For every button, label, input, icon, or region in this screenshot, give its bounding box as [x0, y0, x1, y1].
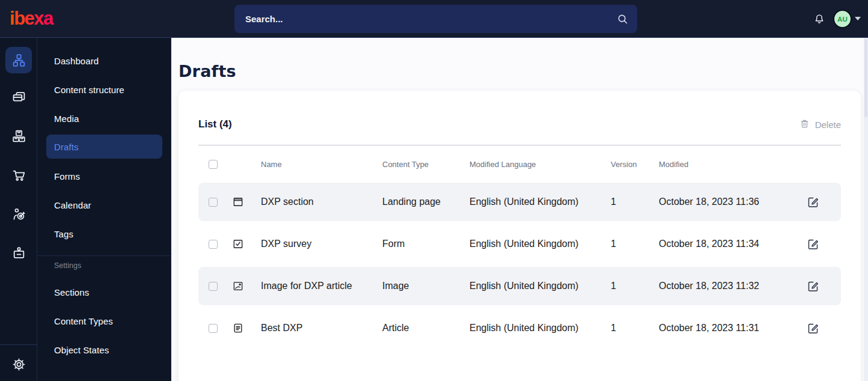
delete-button[interactable]: Delete [799, 118, 841, 131]
settings-section-label: Settings [54, 261, 81, 270]
table-top-rule [198, 145, 841, 145]
table-row[interactable]: Image for DXP article Image English (Uni… [198, 267, 841, 305]
vertical-scrollbar[interactable] [864, 38, 868, 381]
row-modified: October 18, 2023 11:34 [659, 239, 807, 249]
column-header-version: Version [611, 160, 659, 169]
sitemap-icon[interactable] [5, 47, 32, 73]
column-header-name: Name [261, 160, 382, 169]
column-header-modified: Modified [659, 160, 807, 169]
row-modified-language: English (United Kingdom) [469, 239, 611, 249]
personalization-icon[interactable] [5, 201, 32, 227]
row-name: DXP survey [261, 239, 382, 249]
sidebar-item-calendar[interactable]: Calendar [46, 193, 162, 217]
row-checkbox[interactable] [209, 324, 218, 333]
page-title: Drafts [179, 62, 236, 81]
settings-gear-icon[interactable] [5, 351, 32, 377]
row-content-type: Form [382, 239, 469, 249]
sidebar-item-media[interactable]: Media [46, 106, 162, 130]
row-modified: October 18, 2023 11:36 [659, 197, 807, 207]
table-header: Name Content Type Modified Language Vers… [198, 153, 841, 175]
row-version: 1 [611, 323, 659, 334]
sidebar-item-label: Media [54, 114, 79, 124]
sidebar-item-forms[interactable]: Forms [46, 164, 162, 188]
sidebar-item-object-states[interactable]: Object States [46, 338, 162, 362]
table-row[interactable]: DXP survey Form English (United Kingdom)… [198, 225, 841, 263]
table-row[interactable]: Best DXP Article English (United Kingdom… [198, 309, 841, 347]
row-content-type: Article [382, 323, 469, 334]
row-version: 1 [611, 239, 659, 249]
row-modified: October 18, 2023 11:32 [659, 281, 807, 291]
row-checkbox[interactable] [209, 240, 218, 249]
sidebar-item-drafts[interactable]: Drafts [46, 135, 162, 159]
edit-icon-button[interactable] [807, 196, 819, 209]
products-icon[interactable] [5, 123, 32, 149]
column-header-modified-language: Modified Language [469, 160, 611, 169]
notifications-bell-icon[interactable] [813, 12, 826, 26]
sidebar-item-label: Content structure [54, 85, 124, 95]
sidebar-item-content-types[interactable]: Content Types [46, 309, 162, 333]
global-search[interactable] [234, 5, 637, 33]
table-row[interactable]: DXP section Landing page English (United… [198, 183, 841, 221]
sidebar-item-tags[interactable]: Tags [46, 222, 162, 246]
top-bar: ibexa AU [0, 0, 868, 38]
row-content-type: Image [382, 281, 469, 291]
pages-icon[interactable] [5, 84, 32, 111]
article-icon [232, 322, 244, 334]
brand-logo: ibexa [10, 7, 53, 30]
row-name: DXP section [261, 197, 382, 207]
drafts-card: List (4) Delete Name Content Type Modifi… [179, 91, 861, 381]
row-name: Best DXP [261, 323, 382, 334]
edit-icon-button[interactable] [807, 238, 819, 251]
sidebar-menu: Dashboard Content structure Media Drafts… [37, 38, 171, 381]
table-body: DXP section Landing page English (United… [198, 183, 841, 351]
sidebar-item-label: Calendar [54, 200, 91, 210]
row-checkbox[interactable] [209, 282, 218, 291]
row-version: 1 [611, 281, 659, 291]
badge-icon[interactable] [5, 239, 32, 266]
row-version: 1 [611, 197, 659, 207]
row-checkbox[interactable] [209, 198, 218, 207]
select-all-checkbox[interactable] [209, 160, 218, 169]
row-content-type: Landing page [382, 197, 469, 207]
scrollbar-thumb[interactable] [864, 39, 867, 117]
delete-button-label: Delete [815, 120, 841, 130]
sidebar-item-dashboard[interactable]: Dashboard [46, 49, 162, 73]
image-icon [232, 280, 244, 292]
edit-icon-button[interactable] [807, 322, 819, 335]
sidebar-item-label: Drafts [54, 142, 79, 152]
sidebar-item-label: Sections [54, 287, 89, 297]
column-header-content-type: Content Type [382, 160, 469, 169]
sidebar-item-label: Object States [54, 345, 109, 355]
row-modified-language: English (United Kingdom) [469, 281, 611, 291]
list-count-title: List (4) [198, 118, 232, 130]
row-modified: October 18, 2023 11:31 [659, 323, 807, 334]
row-modified-language: English (United Kingdom) [469, 323, 611, 334]
sidebar-item-label: Content Types [54, 316, 113, 326]
search-input[interactable] [244, 13, 611, 25]
edit-icon-button[interactable] [807, 280, 819, 293]
row-modified-language: English (United Kingdom) [469, 197, 611, 207]
sidebar-item-label: Dashboard [54, 56, 99, 66]
search-icon[interactable] [616, 13, 629, 25]
menu-divider [37, 255, 171, 256]
icon-rail [0, 38, 37, 381]
main-content: Drafts List (4) Delete Name Content Type [171, 38, 868, 381]
user-menu-chevron-down-icon[interactable] [855, 17, 861, 20]
sidebar-item-label: Forms [54, 171, 80, 181]
sidebar-item-content-structure[interactable]: Content structure [46, 78, 162, 102]
form-icon [232, 238, 244, 250]
landing-page-icon [232, 196, 244, 208]
user-avatar[interactable]: AU [833, 10, 852, 28]
sidebar-item-sections[interactable]: Sections [46, 280, 162, 304]
sidebar-item-label: Tags [54, 229, 73, 239]
trash-icon [799, 118, 810, 131]
rail-divider [0, 344, 37, 345]
cart-icon[interactable] [5, 162, 32, 188]
row-name: Image for DXP article [261, 281, 382, 291]
